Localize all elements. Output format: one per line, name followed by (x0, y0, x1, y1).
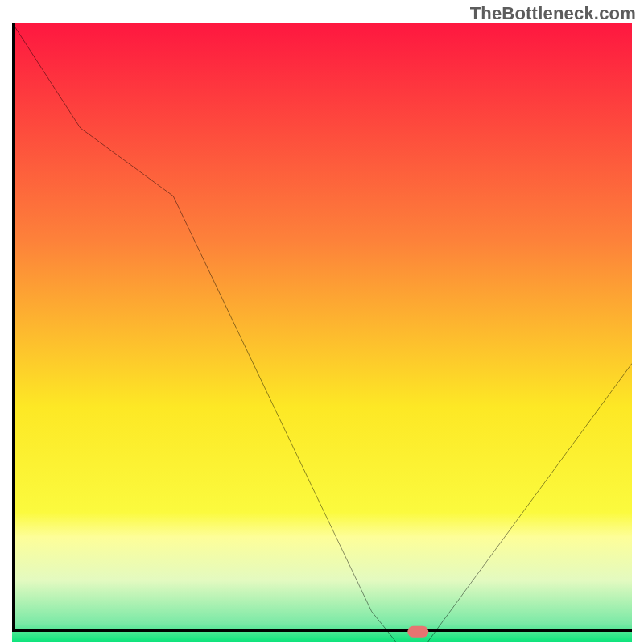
optimal-marker (408, 626, 428, 638)
watermark-text: TheBottleneck.com (470, 3, 636, 24)
curve-path (12, 23, 632, 642)
chart-container: TheBottleneck.com (0, 0, 644, 644)
bottleneck-curve (12, 23, 632, 642)
x-axis (12, 629, 632, 632)
plot-area (12, 23, 632, 632)
y-axis (12, 23, 15, 632)
